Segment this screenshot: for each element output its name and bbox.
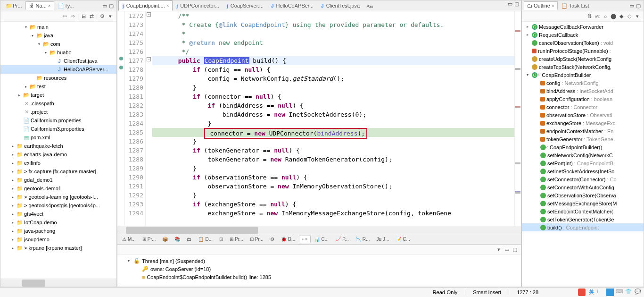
outline-item[interactable]: runInProtocolStage(Runnable) : <box>522 47 644 55</box>
ol-max-icon[interactable]: ▢ <box>635 2 642 9</box>
outline-item[interactable]: bindAddress : InetSocketAdd <box>522 87 644 95</box>
editor-tab[interactable]: jUDPConnector... <box>173 0 223 11</box>
tree-node[interactable]: ▤pom.xml <box>0 133 116 142</box>
tab-tasklist[interactable]: 📋 Task List <box>558 1 593 10</box>
tree-node[interactable]: ✕.classpath <box>0 99 116 108</box>
debug-view-tab[interactable]: 📦 <box>159 236 171 243</box>
tree-node[interactable]: ▸📁IotCoap-demo <box>0 218 116 227</box>
tree-node[interactable]: ▸📁> geotools-learning [geotools-l... <box>0 193 116 201</box>
tree-node[interactable]: ▸📁echarts-java-demo <box>0 150 116 159</box>
outline-tree[interactable]: ▸CMessageCallbackForwarder▸CRequestCallb… <box>522 22 644 287</box>
more-tabs[interactable]: »₃₀ <box>363 0 376 11</box>
debug-view-tab[interactable]: 📋D... <box>195 236 215 243</box>
maximize-icon[interactable]: ▢ <box>108 2 115 9</box>
outline-item[interactable]: ▸CMessageCallbackForwarder <box>522 23 644 31</box>
tree-node[interactable]: ▾📂com <box>0 40 116 48</box>
dbg-min-icon[interactable]: ▭ <box>504 246 510 253</box>
overview-ruler[interactable] <box>514 11 521 226</box>
outline-item[interactable]: setNetworkConfig(NetworkC <box>522 151 644 159</box>
debug-view-tab[interactable]: 🗀 <box>184 236 194 243</box>
close-icon[interactable]: × <box>552 3 554 8</box>
tree-node[interactable]: ▾📂huabo <box>0 48 116 57</box>
ed-minimize-icon[interactable]: ▭ <box>507 0 513 7</box>
outline-item[interactable]: exchangeStore : MessageExc <box>522 119 644 127</box>
tree-node[interactable]: ▸📁> geotools4postgis [geotools4p... <box>0 201 116 210</box>
ed-maximize-icon[interactable]: ▢ <box>513 0 520 7</box>
outline-item[interactable]: createTcpStack(NetworkConfig, <box>522 63 644 71</box>
hide-local-icon[interactable]: ◇ <box>626 13 633 20</box>
tree-node[interactable]: ▸📁gts4vect <box>0 210 116 218</box>
tree-node[interactable]: ▾📂java <box>0 31 116 40</box>
tab-outline[interactable]: 🗀 Outline × <box>524 1 558 10</box>
tree-node[interactable]: ▸📁> krpano [krpano master] <box>0 244 116 252</box>
ol-menu-icon[interactable]: ▾ <box>634 13 641 20</box>
tree-node[interactable]: ▸📁java-pachong <box>0 227 116 235</box>
code-area[interactable]: /** * Create {@link CoapEndpoint} using … <box>152 11 514 226</box>
debug-view-tab[interactable]: 📝C... <box>393 236 413 243</box>
stack-frame[interactable]: ▾🔓Thread [main] (Suspended) <box>121 257 517 265</box>
outline-item[interactable]: setPort(int) : CoapEndpointB <box>522 159 644 167</box>
minimize-icon[interactable]: ▭ <box>101 2 108 9</box>
back-icon[interactable]: ⇦ <box>61 13 68 20</box>
outline-item[interactable]: config : NetworkConfig <box>522 79 644 87</box>
outline-item[interactable]: setConnectorWithAutoConfig <box>522 183 644 191</box>
tree-node[interactable]: ▾📂main <box>0 23 116 31</box>
tree-node[interactable]: 📄Californium.properties <box>0 116 116 125</box>
outline-item[interactable]: cancelObservation(Token) : void <box>522 39 644 47</box>
tree-node[interactable]: ✕.project <box>0 108 116 116</box>
debug-view-tab[interactable]: ⚠M... <box>119 236 139 243</box>
tree-node[interactable]: ▸📁earthquake-fetch <box>0 142 116 150</box>
menu-icon[interactable]: ▾ <box>107 13 114 20</box>
debug-stack[interactable]: ▾🔓Thread [main] (Suspended)🔑owns: CoapSe… <box>117 255 521 287</box>
hide-fields-icon[interactable]: ○ <box>602 13 609 20</box>
outline-item[interactable]: setObservationStore(Observa <box>522 191 644 199</box>
outline-item[interactable]: cCoapEndpointBuilder() <box>522 143 644 151</box>
ol-min-icon[interactable]: ▭ <box>628 2 635 9</box>
debug-view-tab[interactable]: 📚 <box>172 236 183 243</box>
outline-item[interactable]: applyConfiguration : boolean <box>522 95 644 103</box>
link-icon[interactable]: ⇄ <box>88 13 95 20</box>
editor-scroll-h[interactable] <box>117 226 521 234</box>
code-editor[interactable]: 1272127312741275127612771278127912801281… <box>117 11 521 226</box>
editor-tab[interactable]: jCoapEndpoint....× <box>118 0 173 11</box>
tree-node[interactable]: ▸📁geotools-demo1 <box>0 184 116 193</box>
outline-item[interactable]: endpointContextMatcher : En <box>522 127 644 135</box>
tab-navigator[interactable]: 🗄Na...× <box>25 1 54 10</box>
filter-icon[interactable]: ⚙ <box>99 13 106 20</box>
outline-item[interactable]: connector : Connector <box>522 103 644 111</box>
outline-item[interactable]: setConnector(Connector) : Co <box>522 175 644 183</box>
close-icon[interactable]: × <box>48 3 51 8</box>
outline-item[interactable]: setEndpointContextMatcher( <box>522 207 644 215</box>
dbg-hist-icon[interactable]: ▾ <box>495 246 502 253</box>
debug-view-tab[interactable]: ⊡Pr... <box>247 236 266 243</box>
stack-frame[interactable]: ≡CoapEndpoint$CoapEndpointBuilder.build(… <box>121 273 517 281</box>
debug-view-tab[interactable]: 📊C... <box>312 236 332 243</box>
tree-node[interactable]: 📂resources <box>0 74 116 82</box>
tree-node[interactable]: JClientTest.java <box>0 57 116 65</box>
collapse-all-icon[interactable]: ⊟ <box>80 13 87 20</box>
outline-item[interactable]: tokenGenerator : TokenGene <box>522 135 644 143</box>
tree-node[interactable]: ▸📁exifinfo <box>0 159 116 167</box>
outline-item[interactable]: createUdpStack(NetworkConfig <box>522 55 644 63</box>
outline-item[interactable]: observationStore : Observati <box>522 111 644 119</box>
dbg-max-icon[interactable]: ▢ <box>512 246 518 253</box>
outline-item[interactable]: ▾CSCoapEndpointBuilder <box>522 71 644 79</box>
debug-view-tab[interactable]: 🐞D... <box>278 236 298 243</box>
hide-nonpub-icon[interactable]: ◆ <box>618 13 625 20</box>
outline-item[interactable]: ▸CRequestCallback <box>522 31 644 39</box>
az-icon[interactable]: a/z <box>594 13 601 20</box>
tree-node[interactable]: JHelloCoAPServer... <box>0 65 116 74</box>
tab-types[interactable]: 📄Ty... <box>54 1 77 10</box>
tree-node[interactable]: ▸📂target <box>0 91 116 99</box>
tree-node[interactable]: ▸📁gdal_demo1 <box>0 176 116 184</box>
editor-tab[interactable]: jCoapServer.... <box>223 0 267 11</box>
outline-item[interactable]: setMessageExchangeStore(M <box>522 199 644 207</box>
hide-static-icon[interactable]: ⬤ <box>610 13 617 20</box>
stack-frame[interactable]: 🔑owns: CoapServer (id=18) <box>121 265 517 273</box>
debug-view-tab[interactable]: 📉R... <box>353 236 373 243</box>
outline-item[interactable]: setInetSocketAddress(InetSo <box>522 167 644 175</box>
debug-view-tab[interactable]: ▫ × <box>299 236 310 243</box>
project-tree[interactable]: ▾📂main▾📂java▾📂com▾📂huaboJClientTest.java… <box>0 22 116 279</box>
tree-node[interactable]: ▸📂test <box>0 82 116 91</box>
editor-tab[interactable]: JHelloCoAPSer... <box>267 0 317 11</box>
